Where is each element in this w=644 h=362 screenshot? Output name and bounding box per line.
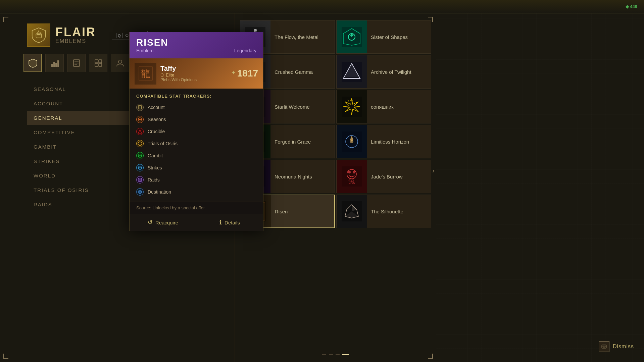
svg-point-27: [139, 119, 141, 120]
tab-stats[interactable]: [45, 54, 64, 72]
svg-rect-1: [37, 32, 40, 35]
corner-br: [428, 354, 433, 359]
tab-collections[interactable]: [89, 54, 107, 72]
limitless-horizon-icon: [340, 130, 363, 153]
collection-sonyashnyk[interactable]: соняшник: [336, 90, 431, 123]
popup-banner-emblem: 龍: [135, 63, 156, 85]
sister-shapes-name: Sister of Shapes: [367, 34, 412, 40]
svg-rect-0: [36, 34, 41, 38]
stats-tab-icon: [50, 58, 59, 68]
collection-silhouette[interactable]: The Silhouette: [336, 195, 431, 228]
popup-source-text: Source: Unlocked by a special offer.: [136, 205, 206, 210]
collection-panel: The Flow, the Metal Sister of Shapes: [235, 13, 436, 362]
reacquire-icon: ↺: [148, 219, 153, 226]
page-subtitle: EMBLEMS: [55, 38, 105, 44]
top-bar: ◆ 449: [0, 0, 644, 13]
popup-score: 1817: [237, 68, 258, 79]
sister-shapes-icon: [340, 25, 363, 49]
popup-source: Source: Unlocked by a special offer.: [130, 202, 263, 214]
shield-icon: [31, 27, 46, 44]
tracker-crucible-label: Crucible: [148, 129, 165, 134]
tracker-trials-label: Trials of Osiris: [148, 141, 178, 146]
reacquire-button[interactable]: ↺ Reacquire: [130, 214, 196, 231]
jades-burrow-icon: 兔: [340, 165, 363, 188]
archive-twilight-icon: [340, 60, 363, 84]
svg-rect-8: [55, 63, 57, 67]
tracker-destination[interactable]: Destination: [136, 187, 256, 197]
tracker-seasons[interactable]: Seasons: [136, 115, 256, 124]
silhouette-name: The Silhouette: [367, 209, 407, 214]
popup-rarity: Legendary: [234, 48, 256, 53]
status-indicator: ◆ 449: [626, 4, 637, 9]
svg-point-57: [350, 140, 353, 143]
tracker-destination-label: Destination: [148, 189, 171, 195]
svg-point-35: [139, 191, 141, 193]
tracker-raids-icon: [136, 176, 144, 184]
tracker-seasons-label: Seasons: [148, 117, 166, 122]
svg-rect-71: [602, 346, 604, 347]
reacquire-label: Reacquire: [155, 220, 178, 225]
tracker-gambit[interactable]: Gambit: [136, 151, 256, 160]
dismiss-icon: [599, 341, 609, 352]
tracker-strikes-label: Strikes: [148, 165, 162, 170]
svg-rect-15: [99, 60, 102, 63]
jades-burrow-thumb: 兔: [337, 160, 367, 193]
svg-point-63: [348, 171, 351, 173]
collection-archive-twilight[interactable]: Archive of Twilight: [336, 55, 431, 89]
collections-tab-icon: [94, 58, 103, 68]
details-label: Details: [225, 220, 240, 225]
popup-type: Emblem: [136, 48, 153, 53]
svg-rect-7: [53, 62, 55, 67]
details-icon: ℹ: [219, 219, 222, 226]
crushed-gamma-name: Crushed Gamma: [270, 69, 317, 75]
neomuna-nights-name: Neomuna Nights: [270, 174, 316, 179]
collection-jades-burrow[interactable]: 兔 Jade's Burrow: [336, 160, 431, 193]
popup-score-symbol: ✦: [231, 70, 236, 75]
tracker-crucible[interactable]: Crucible: [136, 127, 256, 136]
tab-profile[interactable]: [111, 54, 129, 72]
nav-dot-1[interactable]: [322, 354, 326, 355]
tracker-account-icon: [136, 104, 144, 111]
tracker-gambit-label: Gambit: [148, 153, 163, 158]
svg-text:兔: 兔: [348, 177, 355, 185]
corner-tl: [3, 17, 8, 22]
svg-text:龍: 龍: [141, 68, 150, 79]
nav-dot-3[interactable]: [336, 354, 340, 355]
details-button[interactable]: ℹ Details: [196, 214, 263, 231]
svg-point-64: [353, 171, 355, 173]
popup-player-name: Taffy: [160, 65, 231, 72]
scroll-right-arrow[interactable]: ›: [432, 166, 435, 174]
popup-actions: ↺ Reacquire ℹ Details: [130, 214, 263, 231]
popup-subtitle-row: Emblem Legendary: [136, 48, 256, 53]
tracker-strikes[interactable]: Strikes: [136, 163, 256, 172]
svg-point-3: [38, 31, 39, 32]
forged-grace-name: Forged in Grace: [270, 139, 315, 145]
starlit-welcome-name: Starlit Welcome: [270, 104, 314, 110]
page-title: FLAIR: [55, 26, 105, 38]
nav-dot-4[interactable]: [342, 354, 349, 355]
nav-dot-2[interactable]: [329, 354, 333, 355]
tab-records[interactable]: [67, 54, 86, 72]
tracker-raids[interactable]: Raids: [136, 175, 256, 185]
popup-trackers: COMPATIBLE STAT TRACKERS: Account Season…: [130, 89, 263, 202]
tracker-trials[interactable]: Trials of Osiris: [136, 139, 256, 148]
dismiss-button[interactable]: Dismiss: [599, 341, 634, 352]
collection-limitless-horizon[interactable]: Limitless Horizon: [336, 125, 431, 158]
keyboard-icon: [601, 344, 607, 349]
collection-sister-shapes[interactable]: Sister of Shapes: [336, 20, 431, 54]
status-prefix: ◆: [626, 4, 629, 9]
tracker-destination-icon: [136, 188, 144, 196]
sidebar: FLAIR EMBLEMS Q Compare +: [0, 13, 148, 362]
svg-rect-73: [603, 347, 605, 348]
jades-burrow-name: Jade's Burrow: [367, 174, 407, 179]
main-content: FLAIR EMBLEMS Q Compare +: [0, 13, 644, 362]
svg-rect-6: [51, 64, 53, 67]
tracker-trials-icon: [136, 140, 144, 147]
limitless-horizon-thumb: [337, 125, 367, 158]
tracker-account[interactable]: Account: [136, 103, 256, 112]
tab-emblems[interactable]: [23, 54, 42, 72]
tracker-account-label: Account: [148, 105, 165, 110]
tracker-strikes-icon: [136, 164, 144, 171]
nav-dots: [322, 354, 349, 355]
popup-banner-info: Taffy ⬡ Elite Plebs With Opinions: [160, 65, 231, 82]
